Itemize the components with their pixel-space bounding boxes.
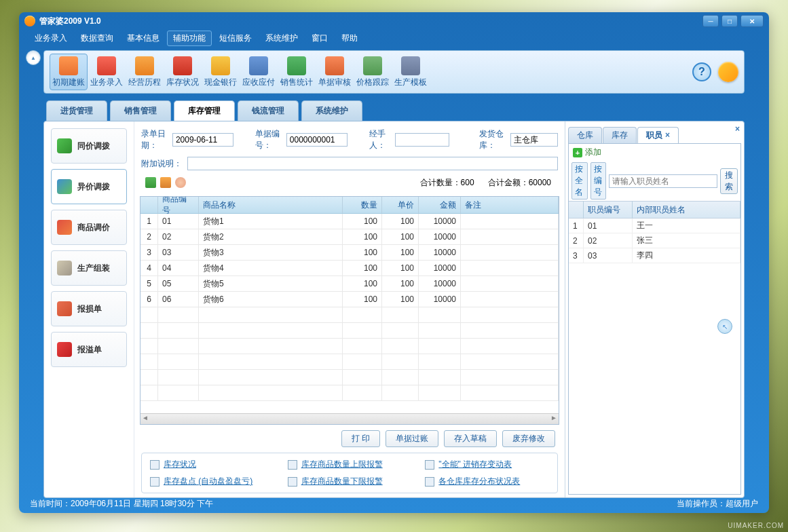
table-row[interactable]: 505货物510010010000: [140, 276, 559, 292]
date-input[interactable]: [172, 133, 233, 147]
tab-0[interactable]: 进货管理: [46, 100, 107, 121]
filter-by-code[interactable]: 按编号: [590, 162, 607, 200]
table-row[interactable]: 606货物610010010000: [140, 292, 559, 307]
mini-icon-2[interactable]: [160, 177, 171, 188]
rp-col-name[interactable]: 内部职员姓名: [633, 202, 740, 218]
docno-input[interactable]: [286, 133, 348, 147]
discard-button[interactable]: 废弃修改: [502, 430, 555, 447]
sidebar-item-0[interactable]: 同价调拨: [51, 128, 127, 164]
table-row[interactable]: 404货物410010010000: [140, 261, 559, 276]
note-input[interactable]: [187, 157, 558, 170]
link-0[interactable]: 库存状况: [150, 459, 274, 470]
titlebar[interactable]: 管家婆2009 V1.0 ─ □ ✕: [19, 12, 769, 30]
current-time: 当前时间：2009年06月11日 星期四 18时30分 下午: [30, 498, 213, 510]
link-4[interactable]: 库存商品数量下限报警: [288, 476, 412, 487]
table-row[interactable]: [140, 385, 559, 401]
panel-close-icon[interactable]: ×: [735, 124, 740, 134]
toolbar-3[interactable]: 库存状况: [164, 54, 202, 90]
toolbar-2[interactable]: 经营历程: [126, 54, 164, 90]
menu-4[interactable]: 短信服务: [213, 31, 258, 46]
menu-7[interactable]: 帮助: [335, 31, 364, 46]
toolbar-4[interactable]: 现金银行: [202, 54, 240, 90]
mini-icon-3[interactable]: [175, 177, 186, 188]
toolbar-5[interactable]: 应收应付: [240, 54, 278, 90]
grid-body[interactable]: 101货物110010010000202货物210010010000303货物3…: [140, 214, 559, 413]
staff-row[interactable]: 101王一: [569, 218, 740, 233]
table-row[interactable]: 101货物110010010000: [140, 214, 559, 229]
staff-row[interactable]: 202张三: [569, 233, 740, 248]
col-note[interactable]: 备注: [461, 197, 559, 213]
col-code[interactable]: 商品编号: [158, 197, 199, 213]
rp-tab-2[interactable]: 职员×: [637, 127, 679, 143]
col-qty[interactable]: 数量: [343, 197, 382, 213]
col-rownum[interactable]: [140, 197, 158, 213]
rp-col-code[interactable]: 职员编号: [584, 202, 633, 218]
filter-by-fullname[interactable]: 按全名: [571, 162, 588, 200]
tab-4[interactable]: 系统维护: [301, 100, 362, 121]
add-button[interactable]: + 添加: [569, 144, 740, 161]
toolbar-9[interactable]: 生产模板: [392, 54, 430, 90]
staff-row[interactable]: 303李四: [569, 248, 740, 263]
sidebar-item-1[interactable]: 异价调拨: [51, 169, 127, 204]
menu-3[interactable]: 辅助功能: [167, 31, 212, 46]
sidebar-item-2[interactable]: 商品调价: [51, 210, 127, 245]
grid-scrollbar[interactable]: [140, 413, 559, 424]
warehouse-input[interactable]: [510, 133, 558, 147]
menu-1[interactable]: 数据查询: [75, 31, 119, 46]
rp-tab-0[interactable]: 仓库: [568, 127, 602, 143]
table-row[interactable]: 303货物310010010000: [140, 245, 559, 261]
staff-list[interactable]: 101王一202张三303李四↖: [569, 218, 740, 494]
save-draft-button[interactable]: 存入草稿: [444, 430, 497, 447]
statusbar: 当前时间：2009年06月11日 星期四 18时30分 下午 当前操作员：超级用…: [26, 497, 762, 510]
toolbar-6[interactable]: 销售统计: [278, 54, 316, 90]
table-row[interactable]: [140, 323, 559, 339]
link-1[interactable]: 库存商品数量上限报警: [288, 459, 412, 470]
sidebar: 同价调拨异价调拨商品调价生产组装报损单报溢单: [44, 121, 134, 497]
toolbar-1[interactable]: 业务录入: [88, 54, 126, 90]
table-row[interactable]: [140, 339, 559, 354]
maximize-button[interactable]: □: [721, 15, 738, 27]
sidebar-icon-2: [57, 220, 72, 235]
col-amt[interactable]: 金额: [419, 197, 461, 213]
table-row[interactable]: [140, 370, 559, 385]
post-button[interactable]: 单据过账: [386, 430, 438, 447]
table-row[interactable]: [140, 307, 559, 323]
link-icon: [288, 477, 297, 487]
tab-1[interactable]: 销售管理: [110, 100, 171, 121]
help-icon[interactable]: ?: [692, 62, 711, 81]
link-3[interactable]: 库存盘点 (自动盘盈盘亏): [150, 476, 274, 487]
handler-input[interactable]: [395, 133, 449, 147]
col-price[interactable]: 单价: [382, 197, 419, 213]
close-button[interactable]: ✕: [740, 15, 764, 27]
toolbar-icon-4: [211, 56, 230, 75]
col-name[interactable]: 商品名称: [199, 197, 343, 213]
rp-tab-1[interactable]: 库存: [603, 127, 637, 143]
menu-5[interactable]: 系统维护: [259, 31, 304, 46]
tab-close-icon[interactable]: ×: [665, 130, 670, 140]
table-row[interactable]: [140, 354, 559, 370]
menu-2[interactable]: 基本信息: [121, 31, 166, 46]
table-row[interactable]: 202货物210010010000: [140, 229, 559, 245]
rp-col-num[interactable]: [569, 202, 584, 218]
logo-swirl-icon[interactable]: [718, 62, 738, 82]
staff-search-input[interactable]: [609, 174, 717, 188]
link-5[interactable]: 各仓库库存分布状况表: [425, 476, 549, 487]
sidebar-item-4[interactable]: 报损单: [51, 291, 127, 326]
toolbar-7[interactable]: 单据审核: [316, 54, 354, 90]
menu-6[interactable]: 窗口: [305, 31, 334, 46]
sidebar-item-5[interactable]: 报溢单: [51, 332, 127, 367]
toolbar-0[interactable]: 初期建账: [50, 54, 88, 90]
scroll-up-icon[interactable]: ↖: [717, 319, 732, 334]
mini-icon-1[interactable]: [145, 177, 156, 188]
sidebar-icon-0: [57, 138, 72, 153]
sidebar-item-3[interactable]: 生产组装: [51, 250, 127, 286]
link-2[interactable]: "全能" 进销存变动表: [425, 459, 549, 470]
tab-2[interactable]: 库存管理: [174, 100, 235, 121]
menu-0[interactable]: 业务录入: [29, 31, 73, 46]
toolbar-8[interactable]: 价格跟踪: [354, 54, 392, 90]
tab-3[interactable]: 钱流管理: [238, 100, 299, 121]
print-button[interactable]: 打 印: [341, 430, 380, 447]
search-button[interactable]: 搜索: [720, 168, 738, 194]
collapse-toolbar-button[interactable]: [26, 50, 41, 65]
minimize-button[interactable]: ─: [702, 15, 719, 27]
